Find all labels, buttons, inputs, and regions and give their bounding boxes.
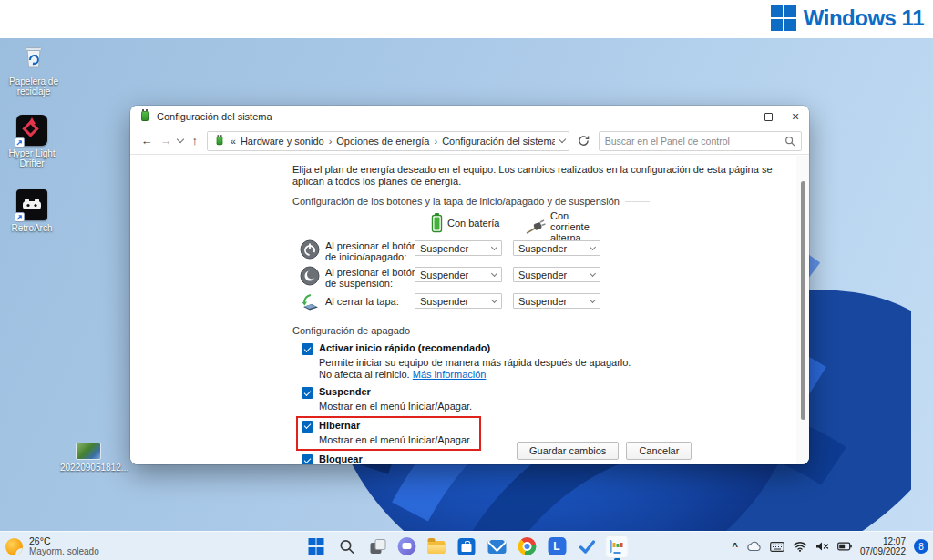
todo-app-button[interactable]	[576, 535, 599, 558]
screen: Windows 11	[0, 0, 933, 560]
desktop-icon-hyper-light-drifter[interactable]: Hyper Light Drifter	[4, 115, 60, 168]
select-value: Suspender	[518, 296, 567, 307]
forward-button[interactable]: →	[159, 134, 173, 148]
chevron-down-icon	[590, 296, 596, 302]
lid-close-row: Al cerrar la tapa: Suspender Suspender	[292, 290, 650, 314]
more-info-link[interactable]: Más información	[413, 369, 487, 380]
taskbar-search-button[interactable]	[335, 535, 358, 558]
address-bar[interactable]: « Hardware y sonido › Opciones de energí…	[207, 131, 569, 151]
sleep-button-icon	[300, 266, 320, 288]
volume-muted-icon[interactable]	[815, 541, 829, 552]
breadcrumb-separator: ›	[434, 136, 437, 147]
checkbox-label: Hibernar	[319, 420, 360, 432]
select-value: Suspender	[518, 243, 567, 254]
lid-close-icon	[300, 292, 320, 314]
minimize-button[interactable]: –	[727, 106, 754, 127]
checkbox-label: Activar inicio rápido (recomendado)	[319, 342, 490, 354]
refresh-button[interactable]	[574, 131, 594, 151]
power-button-ac-select[interactable]: Suspender	[513, 240, 600, 256]
search-icon	[784, 136, 795, 147]
checkbox-description: Mostrar en el menú Iniciar/Apagar.	[319, 401, 633, 412]
section-title-shutdown: Configuración de apagado	[292, 325, 410, 336]
sleep-checkbox[interactable]	[302, 387, 313, 399]
hibernate-checkbox[interactable]	[302, 421, 313, 433]
desktop-icon-recycle-bin[interactable]: Papelera de reciclaje	[5, 41, 62, 97]
start-button[interactable]	[305, 535, 328, 558]
window-title: Configuración del sistema	[157, 111, 727, 122]
microsoft-store-button[interactable]	[456, 535, 478, 558]
system-configuration-icon	[610, 541, 624, 553]
search-input[interactable]	[605, 136, 784, 147]
task-view-button[interactable]	[365, 535, 388, 558]
chrome-button[interactable]	[516, 535, 538, 558]
back-button[interactable]: ←	[139, 134, 154, 148]
chevron-down-icon	[491, 243, 497, 249]
maximize-button[interactable]	[754, 106, 782, 127]
taskbar-clock[interactable]: 12:07 07/09/2022	[860, 536, 906, 556]
row-label: Al cerrar la tapa:	[325, 296, 418, 307]
column-header-battery: Con batería	[447, 218, 499, 229]
save-changes-button[interactable]: Guardar cambios	[517, 442, 619, 460]
chevron-down-icon	[590, 270, 596, 276]
touch-keyboard-icon[interactable]	[770, 542, 784, 552]
time-text: 12:07	[860, 536, 906, 546]
sleep-button-battery-select[interactable]: Suspender	[415, 267, 502, 282]
weather-widget[interactable]: 26°C Mayorm. soleado	[5, 532, 99, 560]
notification-badge[interactable]: 8	[914, 539, 928, 554]
retroarch-icon	[4, 189, 60, 220]
sleep-button-ac-select[interactable]: Suspender	[513, 267, 600, 282]
battery-tray-icon[interactable]	[837, 542, 852, 551]
search-box[interactable]	[599, 131, 802, 151]
cancel-button[interactable]: Cancelar	[626, 442, 692, 460]
lock-checkbox[interactable]	[302, 454, 313, 464]
power-button-battery-select[interactable]: Suspender	[415, 240, 502, 256]
maximize-icon	[764, 113, 773, 121]
chat-button[interactable]	[395, 535, 418, 558]
checkbox-description: Permite iniciar su equipo de manera más …	[319, 357, 633, 380]
scrollbar-thumb[interactable]	[801, 181, 805, 420]
desktop-icon-label: Papelera de reciclaje	[5, 76, 62, 97]
top-banner: Windows 11	[0, 0, 933, 38]
chat-icon	[397, 537, 415, 555]
taskbar: 26°C Mayorm. soleado	[0, 531, 933, 560]
select-value: Suspender	[518, 270, 567, 280]
recent-pages-chevron-icon[interactable]	[177, 136, 184, 143]
store-icon	[458, 538, 476, 555]
weather-temperature: 26°C	[29, 536, 99, 546]
hidden-icons-chevron[interactable]: ^	[733, 541, 738, 552]
up-button[interactable]: ↑	[188, 134, 202, 148]
desktop-icon-retroarch[interactable]: RetroArch	[4, 189, 60, 233]
onedrive-cloud-icon[interactable]	[746, 541, 762, 552]
system-configuration-taskbar-button[interactable]	[606, 535, 629, 558]
breadcrumb-item-system-settings[interactable]: Configuración del sistema	[442, 136, 555, 147]
window-content: Elija el plan de energía deseado en el e…	[130, 156, 796, 464]
screenshot-thumbnail-icon	[76, 443, 101, 460]
section-title-buttons: Configuración de los botones y la tapa d…	[292, 196, 620, 207]
vertical-scrollbar[interactable]	[796, 156, 809, 464]
lid-close-ac-select[interactable]: Suspender	[513, 293, 600, 309]
breadcrumb-item-power-options[interactable]: Opciones de energía	[336, 136, 429, 147]
desktop-icon-label: RetroArch	[4, 223, 60, 233]
windows11-brand: Windows 11	[771, 5, 924, 31]
address-dropdown-chevron-icon[interactable]	[559, 136, 566, 143]
chrome-icon	[518, 537, 536, 555]
fast-startup-checkbox[interactable]	[302, 343, 313, 355]
file-explorer-button[interactable]	[425, 535, 448, 558]
close-button[interactable]: ×	[782, 106, 809, 127]
windows-start-icon	[308, 538, 324, 555]
breadcrumb-item-hardware[interactable]: Hardware y sonido	[241, 136, 324, 147]
wifi-icon[interactable]	[793, 541, 807, 552]
row-label: Al presionar el botón de inicio/apagado:	[325, 240, 418, 262]
window-titlebar[interactable]: Configuración del sistema – ×	[130, 106, 809, 127]
mail-button[interactable]	[486, 535, 508, 558]
recycle-bin-icon	[5, 41, 62, 74]
section-divider	[415, 331, 650, 331]
desktop-icon-label: Hyper Light Drifter	[4, 148, 60, 168]
buttons-lid-section: Configuración de los botones y la tapa d…	[292, 196, 650, 314]
windows-logo-icon	[771, 5, 796, 31]
desktop-icon-screenshot-file[interactable]: 202209051812...	[60, 443, 117, 473]
select-value: Suspender	[420, 270, 468, 280]
breadcrumb-prefix: «	[231, 136, 236, 147]
l-app-button[interactable]: L	[546, 535, 569, 558]
lid-close-battery-select[interactable]: Suspender	[415, 293, 502, 309]
